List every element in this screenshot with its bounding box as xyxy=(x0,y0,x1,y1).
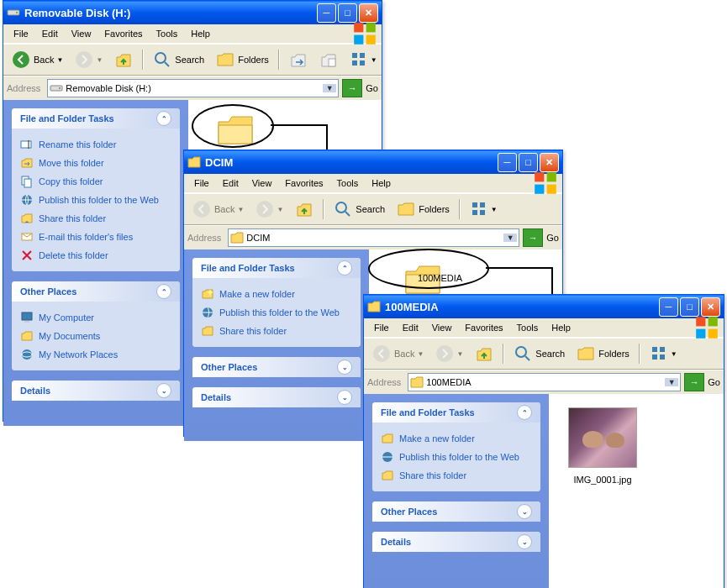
forward-button[interactable]: ▼ xyxy=(250,197,288,221)
file-area[interactable]: IMG_0001.jpg xyxy=(549,394,724,588)
menu-file[interactable]: File xyxy=(187,176,216,191)
views-button[interactable]: ▼ xyxy=(645,342,682,365)
task-rename[interactable]: Rename this folder xyxy=(20,135,171,154)
minimize-button[interactable]: ─ xyxy=(317,3,336,23)
panel-header[interactable]: Other Places⌃ xyxy=(12,281,180,302)
task-share[interactable]: Share this folder xyxy=(381,466,532,485)
task-move[interactable]: Move this folder xyxy=(20,154,171,172)
menu-favorites[interactable]: Favorites xyxy=(278,176,329,191)
panel-header[interactable]: Details⌄ xyxy=(192,387,361,407)
menu-tools[interactable]: Tools xyxy=(510,320,545,335)
back-button[interactable]: Back▼ xyxy=(187,197,249,221)
up-button[interactable] xyxy=(470,342,498,365)
folders-button[interactable]: Folders xyxy=(572,342,635,365)
task-copy[interactable]: Copy this folder xyxy=(20,172,171,191)
svg-rect-37 xyxy=(696,317,705,326)
back-button[interactable]: Back▼ xyxy=(7,48,68,71)
address-field[interactable]: DCIM ▼ xyxy=(228,228,519,247)
file-folder-tasks-panel: File and Folder Tasks⌃ Rename this folde… xyxy=(12,108,180,271)
svg-rect-34 xyxy=(472,210,477,215)
address-field[interactable]: 100MEDIA ▼ xyxy=(408,373,681,391)
menu-edit[interactable]: Edit xyxy=(396,320,425,335)
drive-icon xyxy=(50,81,63,95)
folders-button[interactable]: Folders xyxy=(392,197,455,221)
folder-100media[interactable]: 100MEDIA xyxy=(382,263,462,283)
svg-rect-12 xyxy=(352,60,357,66)
task-email[interactable]: E-mail this folder's files xyxy=(20,228,171,246)
search-button[interactable]: Search xyxy=(329,197,390,221)
task-publish[interactable]: Publish this folder to the Web xyxy=(381,448,532,466)
menu-help[interactable]: Help xyxy=(365,176,398,191)
menu-favorites[interactable]: Favorites xyxy=(97,26,149,41)
titlebar[interactable]: Removable Disk (H:) ─ □ ✕ xyxy=(3,1,382,24)
panel-header[interactable]: Other Places⌄ xyxy=(372,501,540,522)
menu-view[interactable]: View xyxy=(245,176,279,191)
titlebar[interactable]: 100MEDIA ─ □ ✕ xyxy=(364,295,724,318)
menu-edit[interactable]: Edit xyxy=(216,176,245,191)
image-thumbnail xyxy=(568,407,637,468)
menu-edit[interactable]: Edit xyxy=(35,26,65,41)
place-network[interactable]: My Network Places xyxy=(20,345,171,364)
address-dropdown[interactable]: ▼ xyxy=(323,84,336,92)
panel-header[interactable]: Other Places⌄ xyxy=(192,357,361,377)
forward-button[interactable]: ▼ xyxy=(70,48,108,71)
menu-help[interactable]: Help xyxy=(545,320,577,335)
folder-icon xyxy=(215,113,256,147)
task-delete[interactable]: Delete this folder xyxy=(20,246,171,265)
go-button[interactable]: → xyxy=(523,228,543,247)
menu-view[interactable]: View xyxy=(65,26,98,41)
go-button[interactable]: → xyxy=(342,79,362,97)
panel-header[interactable]: File and Folder Tasks⌃ xyxy=(12,108,180,129)
search-button[interactable]: Search xyxy=(508,342,570,365)
address-dropdown[interactable]: ▼ xyxy=(503,234,517,242)
address-field[interactable]: Removable Disk (H:) ▼ xyxy=(47,79,339,97)
search-button[interactable]: Search xyxy=(148,48,209,71)
task-publish[interactable]: Publish this folder to the Web xyxy=(20,191,171,209)
up-button[interactable] xyxy=(290,197,319,221)
views-button[interactable]: ▼ xyxy=(345,48,382,71)
menu-file[interactable]: File xyxy=(7,26,35,41)
svg-point-42 xyxy=(436,345,453,362)
minimize-button[interactable]: ─ xyxy=(498,153,517,172)
task-share[interactable]: Share this folder xyxy=(20,209,171,228)
copy-icon xyxy=(20,175,34,188)
views-button[interactable]: ▼ xyxy=(465,197,503,221)
forward-button[interactable]: ▼ xyxy=(430,342,468,365)
menu-tools[interactable]: Tools xyxy=(150,26,185,41)
address-dropdown[interactable]: ▼ xyxy=(665,378,678,386)
task-new-folder[interactable]: Make a new folder xyxy=(381,429,532,448)
go-button[interactable]: → xyxy=(684,373,704,391)
move-to-button[interactable] xyxy=(284,48,313,71)
back-button[interactable]: Back▼ xyxy=(367,342,429,365)
address-label: Address xyxy=(7,83,40,93)
task-new-folder[interactable]: Make a new folder xyxy=(201,285,352,303)
task-share[interactable]: Share this folder xyxy=(201,322,352,340)
menu-tools[interactable]: Tools xyxy=(330,176,366,191)
panel-header[interactable]: Details⌄ xyxy=(372,532,540,552)
panel-header[interactable]: File and Folder Tasks⌃ xyxy=(372,402,540,423)
menu-view[interactable]: View xyxy=(425,320,459,335)
details-panel: Details⌄ xyxy=(12,381,180,401)
search-icon xyxy=(514,344,532,363)
up-button[interactable] xyxy=(109,48,138,71)
expand-icon: ⌄ xyxy=(517,504,532,519)
panel-header[interactable]: File and Folder Tasks⌃ xyxy=(192,258,361,278)
copy-to-button[interactable] xyxy=(314,48,343,71)
move-icon xyxy=(289,50,308,69)
menu-favorites[interactable]: Favorites xyxy=(458,320,509,335)
svg-point-1 xyxy=(16,12,18,13)
folders-button[interactable]: Folders xyxy=(211,48,274,71)
svg-point-15 xyxy=(59,87,61,89)
file-img0001[interactable]: IMG_0001.jpg xyxy=(562,407,643,485)
minimize-button[interactable]: ─ xyxy=(659,297,678,317)
menu-help[interactable]: Help xyxy=(184,26,217,41)
task-publish[interactable]: Publish this folder to the Web xyxy=(201,303,352,322)
dropdown-icon: ▼ xyxy=(96,56,103,64)
panel-header[interactable]: Details⌄ xyxy=(12,381,180,401)
place-my-documents[interactable]: My Documents xyxy=(20,327,171,345)
expand-icon: ⌄ xyxy=(337,390,352,405)
menu-file[interactable]: File xyxy=(367,320,396,335)
titlebar[interactable]: DCIM ─ □ ✕ xyxy=(184,150,562,174)
place-my-computer[interactable]: My Computer xyxy=(20,308,171,327)
dropdown-icon: ▼ xyxy=(371,56,377,64)
